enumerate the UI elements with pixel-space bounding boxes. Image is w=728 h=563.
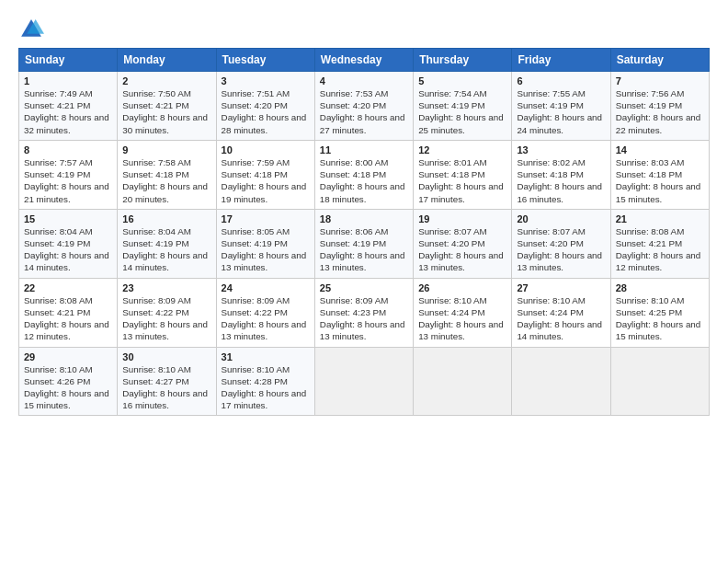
day-number: 17 (222, 213, 310, 224)
calendar-week-row: 1 Sunrise: 7:49 AMSunset: 4:21 PMDayligh… (19, 72, 710, 141)
day-number: 11 (320, 144, 408, 155)
calendar-cell: 13 Sunrise: 8:02 AMSunset: 4:18 PMDaylig… (512, 140, 610, 209)
calendar-cell: 20 Sunrise: 8:07 AMSunset: 4:20 PMDaylig… (512, 209, 610, 278)
day-detail: Sunrise: 8:10 AMSunset: 4:24 PMDaylight:… (418, 294, 506, 343)
day-detail: Sunrise: 8:02 AMSunset: 4:18 PMDaylight:… (517, 156, 605, 205)
day-detail: Sunrise: 8:04 AMSunset: 4:19 PMDaylight:… (122, 225, 210, 274)
calendar-day-header: Saturday (610, 49, 709, 72)
day-detail: Sunrise: 8:10 AMSunset: 4:26 PMDaylight:… (24, 363, 112, 412)
calendar-cell: 22 Sunrise: 8:08 AMSunset: 4:21 PMDaylig… (19, 278, 118, 347)
logo (18, 17, 48, 42)
page: SundayMondayTuesdayWednesdayThursdayFrid… (0, 0, 728, 563)
day-number: 7 (616, 75, 704, 86)
day-detail: Sunrise: 7:58 AMSunset: 4:18 PMDaylight:… (122, 156, 210, 205)
calendar-cell: 27 Sunrise: 8:10 AMSunset: 4:24 PMDaylig… (512, 278, 610, 347)
day-number: 12 (418, 144, 506, 155)
day-detail: Sunrise: 8:05 AMSunset: 4:19 PMDaylight:… (222, 225, 310, 274)
day-detail: Sunrise: 8:00 AMSunset: 4:18 PMDaylight:… (320, 156, 408, 205)
calendar-cell: 21 Sunrise: 8:08 AMSunset: 4:21 PMDaylig… (610, 209, 709, 278)
calendar-week-row: 15 Sunrise: 8:04 AMSunset: 4:19 PMDaylig… (19, 209, 710, 278)
calendar-header-row: SundayMondayTuesdayWednesdayThursdayFrid… (19, 49, 710, 72)
calendar-cell: 4 Sunrise: 7:53 AMSunset: 4:20 PMDayligh… (314, 72, 413, 141)
day-number: 21 (616, 213, 704, 224)
day-detail: Sunrise: 8:07 AMSunset: 4:20 PMDaylight:… (418, 225, 506, 274)
day-number: 22 (24, 282, 112, 293)
calendar-cell: 11 Sunrise: 8:00 AMSunset: 4:18 PMDaylig… (314, 140, 413, 209)
calendar-cell (414, 347, 512, 416)
day-detail: Sunrise: 8:07 AMSunset: 4:20 PMDaylight:… (517, 225, 605, 274)
calendar-cell: 29 Sunrise: 8:10 AMSunset: 4:26 PMDaylig… (19, 347, 118, 416)
day-detail: Sunrise: 8:09 AMSunset: 4:22 PMDaylight:… (222, 294, 310, 343)
day-number: 26 (418, 282, 506, 293)
calendar-week-row: 22 Sunrise: 8:08 AMSunset: 4:21 PMDaylig… (19, 278, 710, 347)
day-detail: Sunrise: 7:50 AMSunset: 4:21 PMDaylight:… (122, 87, 210, 136)
day-number: 6 (517, 75, 605, 86)
calendar-cell: 10 Sunrise: 7:59 AMSunset: 4:18 PMDaylig… (216, 140, 314, 209)
calendar-cell: 17 Sunrise: 8:05 AMSunset: 4:19 PMDaylig… (216, 209, 314, 278)
calendar-day-header: Friday (512, 49, 610, 72)
calendar-cell (314, 347, 413, 416)
calendar-cell: 28 Sunrise: 8:10 AMSunset: 4:25 PMDaylig… (610, 278, 709, 347)
calendar-cell: 30 Sunrise: 8:10 AMSunset: 4:27 PMDaylig… (118, 347, 216, 416)
day-detail: Sunrise: 7:57 AMSunset: 4:19 PMDaylight:… (24, 156, 112, 205)
day-number: 5 (418, 75, 506, 86)
day-number: 20 (517, 213, 605, 224)
calendar-cell: 14 Sunrise: 8:03 AMSunset: 4:18 PMDaylig… (610, 140, 709, 209)
day-number: 28 (616, 282, 704, 293)
day-number: 25 (320, 282, 408, 293)
day-number: 18 (320, 213, 408, 224)
calendar-cell: 5 Sunrise: 7:54 AMSunset: 4:19 PMDayligh… (414, 72, 512, 141)
header (18, 17, 710, 42)
calendar-day-header: Wednesday (314, 49, 413, 72)
day-detail: Sunrise: 7:54 AMSunset: 4:19 PMDaylight:… (418, 87, 506, 136)
calendar-day-header: Monday (118, 49, 216, 72)
day-detail: Sunrise: 8:09 AMSunset: 4:22 PMDaylight:… (122, 294, 210, 343)
day-detail: Sunrise: 8:09 AMSunset: 4:23 PMDaylight:… (320, 294, 408, 343)
calendar-cell: 12 Sunrise: 8:01 AMSunset: 4:18 PMDaylig… (414, 140, 512, 209)
calendar-day-header: Tuesday (216, 49, 314, 72)
calendar-cell: 8 Sunrise: 7:57 AMSunset: 4:19 PMDayligh… (19, 140, 118, 209)
day-number: 14 (616, 144, 704, 155)
day-detail: Sunrise: 7:49 AMSunset: 4:21 PMDaylight:… (24, 87, 112, 136)
calendar-cell (512, 347, 610, 416)
day-number: 8 (24, 144, 112, 155)
day-detail: Sunrise: 8:01 AMSunset: 4:18 PMDaylight:… (418, 156, 506, 205)
calendar-week-row: 29 Sunrise: 8:10 AMSunset: 4:26 PMDaylig… (19, 347, 710, 416)
calendar-cell: 16 Sunrise: 8:04 AMSunset: 4:19 PMDaylig… (118, 209, 216, 278)
day-number: 2 (122, 75, 210, 86)
calendar-cell: 3 Sunrise: 7:51 AMSunset: 4:20 PMDayligh… (216, 72, 314, 141)
calendar-cell: 18 Sunrise: 8:06 AMSunset: 4:19 PMDaylig… (314, 209, 413, 278)
calendar-cell: 23 Sunrise: 8:09 AMSunset: 4:22 PMDaylig… (118, 278, 216, 347)
calendar-cell: 19 Sunrise: 8:07 AMSunset: 4:20 PMDaylig… (414, 209, 512, 278)
day-detail: Sunrise: 7:59 AMSunset: 4:18 PMDaylight:… (222, 156, 310, 205)
calendar-cell: 31 Sunrise: 8:10 AMSunset: 4:28 PMDaylig… (216, 347, 314, 416)
calendar-day-header: Sunday (19, 49, 118, 72)
day-detail: Sunrise: 8:08 AMSunset: 4:21 PMDaylight:… (24, 294, 112, 343)
calendar-cell: 15 Sunrise: 8:04 AMSunset: 4:19 PMDaylig… (19, 209, 118, 278)
day-number: 23 (122, 282, 210, 293)
day-detail: Sunrise: 8:10 AMSunset: 4:27 PMDaylight:… (122, 363, 210, 412)
day-number: 9 (122, 144, 210, 155)
day-number: 3 (222, 75, 310, 86)
day-number: 10 (222, 144, 310, 155)
calendar-cell: 7 Sunrise: 7:56 AMSunset: 4:19 PMDayligh… (610, 72, 709, 141)
day-detail: Sunrise: 8:03 AMSunset: 4:18 PMDaylight:… (616, 156, 704, 205)
calendar-cell: 25 Sunrise: 8:09 AMSunset: 4:23 PMDaylig… (314, 278, 413, 347)
day-number: 27 (517, 282, 605, 293)
day-detail: Sunrise: 7:56 AMSunset: 4:19 PMDaylight:… (616, 87, 704, 136)
calendar-cell: 1 Sunrise: 7:49 AMSunset: 4:21 PMDayligh… (19, 72, 118, 141)
day-number: 13 (517, 144, 605, 155)
day-detail: Sunrise: 8:10 AMSunset: 4:25 PMDaylight:… (616, 294, 704, 343)
calendar: SundayMondayTuesdayWednesdayThursdayFrid… (18, 48, 710, 416)
calendar-cell: 26 Sunrise: 8:10 AMSunset: 4:24 PMDaylig… (414, 278, 512, 347)
day-number: 4 (320, 75, 408, 86)
day-detail: Sunrise: 7:51 AMSunset: 4:20 PMDaylight:… (222, 87, 310, 136)
day-detail: Sunrise: 8:04 AMSunset: 4:19 PMDaylight:… (24, 225, 112, 274)
day-number: 15 (24, 213, 112, 224)
calendar-week-row: 8 Sunrise: 7:57 AMSunset: 4:19 PMDayligh… (19, 140, 710, 209)
day-number: 16 (122, 213, 210, 224)
logo-icon (18, 17, 44, 42)
day-number: 29 (24, 351, 112, 362)
day-number: 24 (222, 282, 310, 293)
calendar-cell: 9 Sunrise: 7:58 AMSunset: 4:18 PMDayligh… (118, 140, 216, 209)
